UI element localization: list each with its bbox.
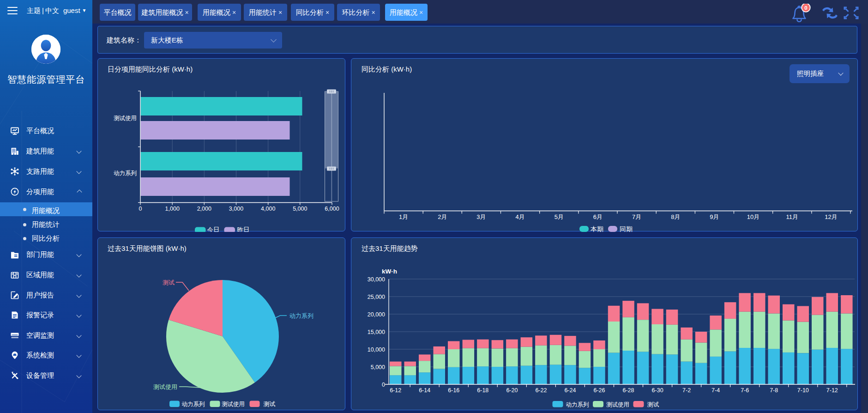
- svg-text:6-24: 6-24: [564, 387, 576, 394]
- svg-text:4月: 4月: [515, 213, 524, 220]
- svg-text:6-14: 6-14: [419, 387, 430, 394]
- svg-text:6-18: 6-18: [477, 387, 488, 394]
- svg-text:6-28: 6-28: [622, 387, 634, 394]
- svg-text:动力系列: 动力系列: [566, 401, 589, 408]
- svg-text:30,000: 30,000: [368, 276, 385, 283]
- svg-text:10,000: 10,000: [368, 346, 385, 353]
- svg-text:8月: 8月: [671, 213, 680, 220]
- svg-text:今日: 今日: [207, 226, 220, 232]
- svg-text:2月: 2月: [438, 213, 447, 220]
- svg-text:4,000: 4,000: [261, 206, 275, 212]
- svg-text:7月: 7月: [632, 213, 641, 220]
- svg-text:5,000: 5,000: [293, 206, 307, 212]
- svg-text:0: 0: [139, 206, 142, 212]
- svg-text:11月: 11月: [786, 213, 799, 220]
- svg-text:本期: 本期: [590, 225, 603, 232]
- svg-text:动力系列: 动力系列: [289, 312, 313, 319]
- svg-text:测试使用: 测试使用: [222, 401, 245, 407]
- svg-text:7-10: 7-10: [797, 387, 809, 394]
- svg-text:6-20: 6-20: [506, 387, 518, 394]
- svg-text:6月: 6月: [593, 213, 603, 220]
- svg-text:动力系列: 动力系列: [182, 401, 205, 407]
- svg-text:20,000: 20,000: [368, 311, 385, 318]
- svg-text:6-22: 6-22: [535, 387, 547, 394]
- svg-text:kW·h: kW·h: [382, 268, 397, 275]
- svg-text:测试使用: 测试使用: [606, 401, 629, 408]
- svg-text:7-4: 7-4: [711, 387, 720, 394]
- svg-text:测试使用: 测试使用: [114, 115, 137, 121]
- svg-text:6-12: 6-12: [390, 387, 401, 394]
- svg-text:3,000: 3,000: [229, 206, 243, 212]
- svg-text:0: 0: [382, 382, 385, 388]
- svg-text:7-8: 7-8: [770, 387, 778, 394]
- svg-text:测试使用: 测试使用: [153, 383, 177, 390]
- svg-text:9月: 9月: [710, 213, 719, 220]
- svg-text:测试: 测试: [647, 401, 659, 408]
- svg-text:2,000: 2,000: [197, 206, 211, 212]
- svg-text:昨日: 昨日: [237, 226, 250, 232]
- svg-text:7-2: 7-2: [682, 387, 691, 394]
- svg-text:6-30: 6-30: [652, 387, 663, 394]
- svg-text:3月: 3月: [476, 213, 486, 220]
- svg-text:1,000: 1,000: [165, 206, 180, 212]
- svg-text:0: 0: [804, 5, 807, 11]
- svg-text:测试: 测试: [264, 401, 276, 407]
- svg-text:动力系列: 动力系列: [114, 170, 137, 176]
- svg-text:15,000: 15,000: [368, 329, 385, 335]
- svg-text:10月: 10月: [747, 213, 760, 220]
- svg-text:1月: 1月: [399, 213, 408, 220]
- svg-text:6-26: 6-26: [593, 387, 605, 394]
- svg-text:25,000: 25,000: [368, 294, 385, 300]
- svg-text:同期: 同期: [620, 225, 633, 232]
- svg-text:12月: 12月: [825, 213, 837, 220]
- svg-text:测试: 测试: [163, 279, 175, 286]
- svg-text:6-16: 6-16: [448, 387, 459, 394]
- svg-text:7-6: 7-6: [741, 387, 749, 394]
- svg-text:5,000: 5,000: [371, 364, 385, 370]
- svg-text:7-12: 7-12: [826, 387, 838, 394]
- svg-text:6,000: 6,000: [325, 206, 339, 212]
- svg-text:5月: 5月: [555, 213, 564, 220]
